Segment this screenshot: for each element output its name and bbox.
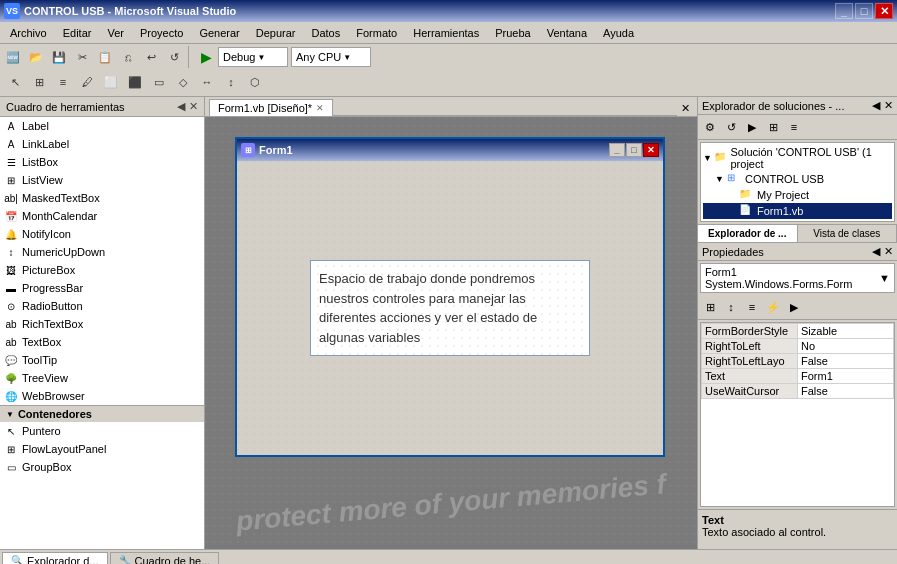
toolbar2-btn-6[interactable]: ▭ bbox=[148, 71, 170, 93]
prop-pin-button[interactable]: ◀ bbox=[872, 245, 880, 258]
platform-dropdown[interactable]: Any CPU▼ bbox=[291, 47, 371, 67]
toolbar2-btn-2[interactable]: ≡ bbox=[52, 71, 74, 93]
prop-object-selector[interactable]: Form1 System.Windows.Forms.Form ▼ bbox=[700, 263, 895, 293]
prop-object-arrow[interactable]: ▼ bbox=[879, 272, 890, 284]
se-tab-explorer[interactable]: Explorador de ... bbox=[698, 225, 798, 242]
toolbar-btn-4[interactable]: 📋 bbox=[94, 46, 116, 68]
se-tb-btn-5[interactable]: ≡ bbox=[784, 117, 804, 137]
form-body[interactable]: Espacio de trabajo donde pondremos nuest… bbox=[237, 161, 663, 455]
toolbar-btn-5[interactable]: ⎌ bbox=[117, 46, 139, 68]
toolbox-section-item-flowlayoutpanel[interactable]: ⊞FlowLayoutPanel bbox=[0, 440, 204, 458]
toolbox-item-linklabel[interactable]: ALinkLabel bbox=[0, 135, 204, 153]
se-solution-item[interactable]: ▼ 📁 Solución 'CONTROL USB' (1 project bbox=[703, 145, 892, 171]
menu-item-archivo[interactable]: Archivo bbox=[2, 25, 55, 41]
designer-tab-close[interactable]: ✕ bbox=[316, 103, 324, 113]
prop-value[interactable]: False bbox=[798, 354, 894, 369]
menu-item-herramientas[interactable]: Herramientas bbox=[405, 25, 487, 41]
toolbox-section-item-groupbox[interactable]: ▭GroupBox bbox=[0, 458, 204, 476]
menu-item-prueba[interactable]: Prueba bbox=[487, 25, 538, 41]
toolbox-item-richtextbox[interactable]: abRichTextBox bbox=[0, 315, 204, 333]
se-tb-btn-2[interactable]: ↺ bbox=[721, 117, 741, 137]
prop-row[interactable]: UseWaitCursorFalse bbox=[702, 384, 894, 399]
se-tb-btn-1[interactable]: ⚙ bbox=[700, 117, 720, 137]
menu-item-depurar[interactable]: Depurar bbox=[248, 25, 304, 41]
designer-tab[interactable]: Form1.vb [Diseño]* ✕ bbox=[209, 99, 333, 116]
designer-close-button[interactable]: ✕ bbox=[677, 100, 693, 116]
toolbox-item-textbox[interactable]: abTextBox bbox=[0, 333, 204, 351]
toolbar2-btn-4[interactable]: ⬜ bbox=[100, 71, 122, 93]
bottom-tab-toolbox[interactable]: 🔧 Cuadro de he... bbox=[110, 552, 220, 565]
form-min-button[interactable]: _ bbox=[609, 143, 625, 157]
prop-value[interactable]: Sizable bbox=[798, 324, 894, 339]
toolbar-btn-2[interactable]: 💾 bbox=[48, 46, 70, 68]
se-tb-btn-4[interactable]: ⊞ bbox=[763, 117, 783, 137]
prop-row[interactable]: FormBorderStyleSizable bbox=[702, 324, 894, 339]
toolbox-item-picturebox[interactable]: 🖼PictureBox bbox=[0, 261, 204, 279]
se-expand-solution[interactable]: ▼ bbox=[703, 153, 714, 163]
prop-tb-category[interactable]: ⊞ bbox=[700, 297, 720, 317]
maximize-button[interactable]: □ bbox=[855, 3, 873, 19]
toolbar2-btn-9[interactable]: ↕ bbox=[220, 71, 242, 93]
se-close-button[interactable]: ✕ bbox=[884, 99, 893, 112]
toolbar2-btn-7[interactable]: ◇ bbox=[172, 71, 194, 93]
toolbox-close-button[interactable]: ✕ bbox=[189, 100, 198, 113]
menu-item-editar[interactable]: Editar bbox=[55, 25, 100, 41]
bottom-tab-explorer[interactable]: 🔍 Explorador d... bbox=[2, 552, 108, 565]
toolbox-item-maskedtextbox[interactable]: ab|MaskedTextBox bbox=[0, 189, 204, 207]
menu-item-ayuda[interactable]: Ayuda bbox=[595, 25, 642, 41]
toolbox-item-webbrowser[interactable]: 🌐WebBrowser bbox=[0, 387, 204, 405]
toolbar-btn-1[interactable]: 📂 bbox=[25, 46, 47, 68]
toolbar2-btn-10[interactable]: ⬡ bbox=[244, 71, 266, 93]
form-window[interactable]: ⊞ Form1 _ □ ✕ bbox=[235, 137, 665, 457]
toolbox-section-contenedores[interactable]: Contenedores bbox=[0, 405, 204, 422]
toolbar-btn-3[interactable]: ✂ bbox=[71, 46, 93, 68]
toolbox-section-item-puntero[interactable]: ↖Puntero bbox=[0, 422, 204, 440]
toolbar-btn-7[interactable]: ↺ bbox=[163, 46, 185, 68]
prop-row[interactable]: TextForm1 bbox=[702, 369, 894, 384]
toolbar2-btn-3[interactable]: 🖊 bbox=[76, 71, 98, 93]
se-form-item[interactable]: 📄 Form1.vb bbox=[703, 203, 892, 219]
prop-tb-events[interactable]: ⚡ bbox=[763, 297, 783, 317]
form-max-button[interactable]: □ bbox=[626, 143, 642, 157]
se-tab-classview[interactable]: Vista de clases bbox=[798, 225, 898, 242]
toolbox-item-notifyicon[interactable]: 🔔NotifyIcon bbox=[0, 225, 204, 243]
minimize-button[interactable]: _ bbox=[835, 3, 853, 19]
toolbox-item-treeview[interactable]: 🌳TreeView bbox=[0, 369, 204, 387]
toolbox-item-radiobutton[interactable]: ⊙RadioButton bbox=[0, 297, 204, 315]
menu-item-generar[interactable]: Generar bbox=[191, 25, 247, 41]
form-close-button[interactable]: ✕ bbox=[643, 143, 659, 157]
toolbox-item-tooltip[interactable]: 💬ToolTip bbox=[0, 351, 204, 369]
se-myproject-item[interactable]: 📁 My Project bbox=[703, 187, 892, 203]
debug-play-button[interactable]: ▶ bbox=[195, 46, 217, 68]
toolbar-btn-0[interactable]: 🆕 bbox=[2, 46, 24, 68]
toolbar2-btn-8[interactable]: ↔ bbox=[196, 71, 218, 93]
toolbox-item-numericupdown[interactable]: ↕NumericUpDown bbox=[0, 243, 204, 261]
prop-tb-alpha[interactable]: ↕ bbox=[721, 297, 741, 317]
toolbox-item-listview[interactable]: ⊞ListView bbox=[0, 171, 204, 189]
menu-item-datos[interactable]: Datos bbox=[303, 25, 348, 41]
se-pin-button[interactable]: ◀ bbox=[872, 99, 880, 112]
toolbox-item-listbox[interactable]: ☰ListBox bbox=[0, 153, 204, 171]
prop-tb-more[interactable]: ▶ bbox=[784, 297, 804, 317]
prop-tb-props[interactable]: ≡ bbox=[742, 297, 762, 317]
prop-row[interactable]: RightToLeftNo bbox=[702, 339, 894, 354]
toolbar-btn-6[interactable]: ↩ bbox=[140, 46, 162, 68]
toolbox-item-label[interactable]: ALabel bbox=[0, 117, 204, 135]
se-expand-project[interactable]: ▼ bbox=[715, 174, 727, 184]
menu-item-ventana[interactable]: Ventana bbox=[539, 25, 595, 41]
toolbox-pin-button[interactable]: ◀ bbox=[177, 100, 185, 113]
debug-mode-dropdown[interactable]: Debug▼ bbox=[218, 47, 288, 67]
close-button[interactable]: ✕ bbox=[875, 3, 893, 19]
toolbox-item-monthcalendar[interactable]: 📅MonthCalendar bbox=[0, 207, 204, 225]
menu-item-proyecto[interactable]: Proyecto bbox=[132, 25, 191, 41]
prop-value[interactable]: False bbox=[798, 384, 894, 399]
prop-close-button[interactable]: ✕ bbox=[884, 245, 893, 258]
menu-item-ver[interactable]: Ver bbox=[99, 25, 132, 41]
se-project-item[interactable]: ▼ ⊞ CONTROL USB bbox=[703, 171, 892, 187]
toolbar2-btn-1[interactable]: ⊞ bbox=[28, 71, 50, 93]
designer-canvas[interactable]: ⊞ Form1 _ □ ✕ bbox=[205, 117, 697, 549]
se-tb-btn-3[interactable]: ▶ bbox=[742, 117, 762, 137]
menu-item-formato[interactable]: Formato bbox=[348, 25, 405, 41]
prop-value[interactable]: Form1 bbox=[798, 369, 894, 384]
toolbar2-btn-5[interactable]: ⬛ bbox=[124, 71, 146, 93]
